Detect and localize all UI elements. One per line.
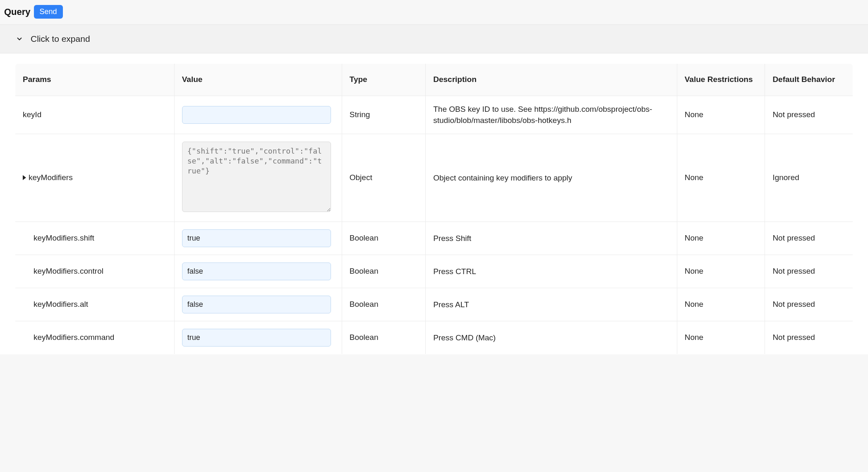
table-row: keyModifiers.control Boolean Press CTRL … [15, 255, 853, 288]
send-button[interactable]: Send [34, 5, 63, 19]
table-row: keyModifiers.alt Boolean Press ALT None … [15, 288, 853, 321]
param-restrictions: None [677, 288, 765, 321]
col-value-restrictions: Value Restrictions [677, 64, 765, 96]
param-default: Not pressed [765, 222, 853, 255]
expand-toggle[interactable]: Click to expand [0, 24, 868, 53]
param-restrictions: None [677, 255, 765, 288]
param-default: Not pressed [765, 96, 853, 134]
param-name: keyModifiers.command [34, 333, 114, 342]
param-default: Not pressed [765, 321, 853, 354]
col-value: Value [174, 64, 342, 96]
col-description: Description [426, 64, 677, 96]
param-name: keyId [23, 110, 41, 119]
query-title: Query [4, 7, 31, 17]
param-type: Boolean [342, 255, 426, 288]
param-description: Object containing key modifiers to apply [426, 134, 677, 222]
param-description: Press Shift [426, 222, 677, 255]
param-type: Boolean [342, 288, 426, 321]
chevron-down-icon [16, 35, 23, 43]
param-default: Not pressed [765, 288, 853, 321]
param-restrictions: None [677, 321, 765, 354]
table-row: keyModifiers.command Boolean Press CMD (… [15, 321, 853, 354]
query-header: Query Send [0, 3, 868, 24]
value-input-keyid[interactable] [182, 106, 331, 124]
param-type: Object [342, 134, 426, 222]
caret-right-icon[interactable] [23, 175, 26, 180]
param-description: Press CMD (Mac) [426, 321, 677, 354]
table-row: keyModifiers Object Object containing ke… [15, 134, 853, 222]
params-table: Params Value Type Description Value Rest… [15, 63, 853, 354]
param-description: Press CTRL [426, 255, 677, 288]
col-type: Type [342, 64, 426, 96]
param-name: keyModifiers.shift [34, 234, 94, 243]
param-type: Boolean [342, 321, 426, 354]
param-name: keyModifiers.control [34, 267, 103, 276]
param-default: Ignored [765, 134, 853, 222]
value-input-alt[interactable] [182, 296, 331, 313]
param-name: keyModifiers [29, 173, 73, 182]
table-header-row: Params Value Type Description Value Rest… [15, 64, 853, 96]
param-default: Not pressed [765, 255, 853, 288]
col-params: Params [15, 64, 175, 96]
param-restrictions: None [677, 222, 765, 255]
param-description: Press ALT [426, 288, 677, 321]
param-type: String [342, 96, 426, 134]
param-name: keyModifiers.alt [34, 300, 88, 309]
param-restrictions: None [677, 96, 765, 134]
col-default-behavior: Default Behavior [765, 64, 853, 96]
table-row: keyModifiers.shift Boolean Press Shift N… [15, 222, 853, 255]
param-restrictions: None [677, 134, 765, 222]
value-input-shift[interactable] [182, 229, 331, 247]
expand-label: Click to expand [31, 34, 90, 44]
param-description: The OBS key ID to use. See https://githu… [426, 96, 677, 134]
table-row: keyId String The OBS key ID to use. See … [15, 96, 853, 134]
param-type: Boolean [342, 222, 426, 255]
value-textarea-keymodifiers[interactable] [182, 142, 331, 212]
value-input-control[interactable] [182, 262, 331, 280]
value-input-command[interactable] [182, 329, 331, 347]
